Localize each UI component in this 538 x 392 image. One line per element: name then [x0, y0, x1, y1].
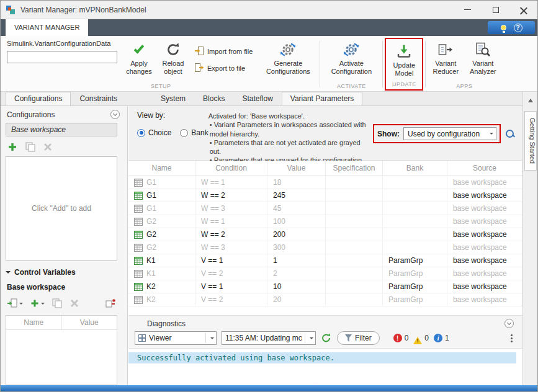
error-count[interactable]: 0 — [393, 334, 409, 342]
param-condition-cell: W == 3 — [195, 241, 267, 254]
dropdown-caret-icon — [310, 337, 313, 341]
variant-analyzer-button[interactable]: Variant Analyzer — [464, 37, 501, 82]
column-header-name[interactable]: Name — [128, 161, 195, 176]
tab-variant-parameters[interactable]: Variant Parameters — [282, 92, 363, 105]
param-value-cell: 18 — [267, 176, 326, 189]
param-name-cell: K2 — [128, 293, 195, 306]
config-data-input[interactable] — [7, 51, 117, 63]
param-name-cell: G2 — [128, 215, 195, 228]
add-control-variable-button[interactable] — [30, 298, 45, 308]
param-specification-cell — [326, 176, 383, 189]
reload-object-button[interactable]: Reload object — [157, 37, 189, 82]
table-row[interactable]: G2W == 3300base workspace — [128, 241, 522, 254]
tab-variant-manager[interactable]: VARIANT MANAGER — [6, 19, 88, 36]
param-specification-cell — [326, 202, 383, 215]
table-row[interactable]: G2W == 2200base workspace — [128, 228, 522, 241]
show-label: Show: — [377, 130, 400, 138]
param-bank-cell — [383, 176, 447, 189]
export-to-file-button[interactable]: Export to file — [194, 63, 253, 74]
copy-configuration-button[interactable] — [25, 141, 36, 153]
collapse-panel-button[interactable] — [110, 110, 120, 119]
tab-constraints[interactable]: Constraints — [71, 92, 126, 105]
tab-configurations[interactable]: Configurations — [6, 92, 71, 105]
column-header-source[interactable]: Source — [447, 161, 522, 176]
show-filter-group: Show: Used by configuration — [373, 124, 501, 143]
configuration-list-header[interactable]: Base workspace — [6, 123, 117, 136]
param-condition-cell: V == 2 — [195, 267, 267, 280]
timestamp-dropdown[interactable]: 11:35 AM: Updating model — [222, 331, 316, 345]
delete-control-variable-button[interactable] — [69, 298, 79, 308]
column-header-condition[interactable]: Condition — [195, 161, 267, 176]
generate-configurations-button[interactable]: Generate Configurations — [258, 37, 318, 82]
collapse-up-icon[interactable] — [528, 96, 533, 102]
table-row[interactable]: K2V == 110ParamGrpbase workspace — [128, 280, 522, 293]
param-specification-cell — [326, 215, 383, 228]
ribbon-section-activate: Activate Configuration ACTIVATE — [321, 37, 381, 91]
bottom-edge-bar — [1, 385, 537, 391]
param-value-cell: 100 — [267, 215, 326, 228]
delete-configuration-button[interactable] — [43, 142, 53, 152]
info-count[interactable]: 1 — [434, 334, 449, 342]
export-diagnostics-button[interactable] — [321, 332, 332, 344]
column-header-bank[interactable]: Bank — [383, 161, 447, 176]
column-header-value[interactable]: Value — [267, 161, 326, 176]
error-icon — [393, 334, 402, 342]
section-label-apps: APPS — [427, 82, 501, 91]
collapse-diagnostics-button[interactable] — [504, 319, 514, 328]
diagnostics-log[interactable]: Successfully activated using base worksp… — [128, 348, 522, 385]
lightbulb-icon[interactable] — [501, 25, 506, 30]
chevron-down-icon — [113, 112, 117, 116]
copy-control-variable-button[interactable] — [52, 298, 63, 309]
table-row[interactable]: K2V == 220ParamGrpbase workspace — [128, 293, 522, 306]
variant-reducer-button[interactable]: Variant Reducer — [427, 37, 464, 82]
tab-stateflow[interactable]: Stateflow — [233, 92, 281, 105]
filter-button[interactable]: Filter — [337, 331, 380, 345]
viewer-icon — [138, 334, 146, 342]
show-filter-dropdown[interactable]: Used by configuration — [403, 127, 496, 140]
apply-changes-button[interactable]: Apply changes — [121, 37, 157, 82]
activate-configuration-button[interactable]: Activate Configuration — [321, 37, 381, 82]
import-from-file-button[interactable]: Import from file — [194, 46, 253, 57]
viewer-dropdown[interactable]: Viewer — [135, 331, 217, 345]
search-icon[interactable] — [505, 129, 515, 139]
diagnostics-menu-button[interactable] — [507, 337, 516, 339]
table-row[interactable]: G2W == 1100base workspace — [128, 215, 522, 228]
tab-system[interactable]: System — [152, 92, 194, 105]
table-row[interactable]: G1W == 2245base workspace — [128, 189, 522, 202]
column-header-specification[interactable]: Specification — [326, 161, 383, 176]
section-label-activate: ACTIVATE — [321, 82, 381, 91]
table-row[interactable]: G1W == 345base workspace — [128, 202, 522, 215]
param-bank-cell — [383, 228, 447, 241]
maximize-button[interactable] — [482, 1, 509, 19]
close-button[interactable] — [509, 1, 537, 19]
control-variables-header[interactable]: Control Variables — [1, 261, 127, 278]
tab-blocks[interactable]: Blocks — [194, 92, 233, 105]
control-variables-table[interactable]: Name Value — [6, 315, 117, 385]
cv-column-value: Value — [61, 316, 117, 329]
getting-started-tab[interactable]: Getting Started — [524, 111, 537, 171]
table-row[interactable]: K1V == 11ParamGrpbase workspace — [128, 254, 522, 267]
table-row[interactable]: G1W == 118base workspace — [128, 176, 522, 189]
warning-count[interactable]: 0 — [413, 332, 429, 344]
diagnostic-message[interactable]: Successfully activated using base worksp… — [128, 352, 516, 363]
param-bank-cell: ParamGrp — [383, 293, 447, 306]
add-configuration-button[interactable] — [7, 141, 18, 153]
vertical-dots-icon — [511, 337, 513, 339]
import-control-variables-button[interactable] — [7, 298, 23, 309]
param-bank-cell — [383, 241, 447, 254]
param-value-cell: 245 — [267, 189, 326, 202]
param-condition-cell: W == 3 — [195, 202, 267, 215]
configuration-list[interactable]: Click "Add" to add — [6, 156, 117, 261]
control-variables-workspace: Base workspace — [1, 278, 127, 293]
radio-bank[interactable]: Bank — [180, 128, 208, 137]
param-bank-cell — [383, 189, 447, 202]
radio-choice[interactable]: Choice — [137, 128, 171, 137]
help-icon[interactable] — [514, 24, 522, 32]
move-to-workspace-button[interactable] — [105, 298, 116, 309]
info-icon — [434, 334, 442, 342]
parameter-icon — [134, 257, 143, 265]
minimize-button[interactable] — [454, 1, 482, 19]
table-row[interactable]: K1V == 22ParamGrpbase workspace — [128, 267, 522, 280]
update-model-button[interactable]: Update Model — [386, 39, 422, 81]
dropdown-caret-icon — [210, 337, 214, 341]
